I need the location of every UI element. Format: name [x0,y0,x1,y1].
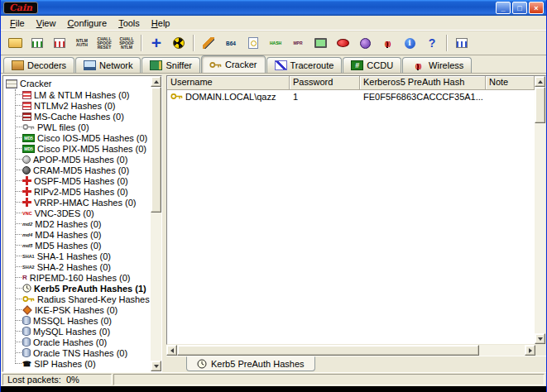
tree-item-cisco-ios-md5-hashes-0[interactable]: MD5Cisco IOS-MD5 Hashes (0) [12,132,151,143]
tab-ccdu[interactable]: CCDU [343,57,401,73]
tree-item-md5-hashes-0[interactable]: md5MD5 Hashes (0) [12,240,151,251]
menu-configure[interactable]: Configure [61,17,113,30]
tree-item-label: MD2 Hashes (0) [35,219,101,229]
tree-item-label: MS-Cache Hashes (0) [34,112,124,122]
remove-all-button[interactable] [168,33,190,53]
scroll-down-icon[interactable] [535,333,545,344]
scroll-left-icon[interactable] [166,345,177,356]
monitor-icon [314,38,327,48]
tab-traceroute[interactable]: Traceroute [266,57,343,73]
tab-network[interactable]: Network [75,57,141,73]
tree-item-cisco-pix-md5-hashes-0[interactable]: MD5Cisco PIX-MD5 Hashes (0) [12,143,151,154]
tree-item-ripemd-160-hashes-0[interactable]: RRIPEMD-160 Hashes (0) [12,272,151,283]
tree-root-cracker[interactable]: Cracker [6,78,151,89]
tree-item-sip-hashes-0[interactable]: SIP Hashes (0) [12,358,151,369]
table-body[interactable]: DOMAIN.LOCAL\qazz1FE0F5F6863CACCCF35A1..… [167,90,535,344]
tree-item-mssql-hashes-0[interactable]: MSSQL Hashes (0) [12,315,151,326]
bottom-tab-kerb5-preauth[interactable]: Kerb5 PreAuth Hashes [186,356,315,371]
tab-label: CCDU [367,60,393,70]
tree-item-label: VNC-3DES (0) [35,208,94,218]
screen-edge [1,386,546,392]
scroll-thumb[interactable] [177,345,479,356]
traffic-chart-button[interactable] [451,33,473,53]
remote-desktop-button[interactable] [332,33,353,53]
close-button[interactable]: × [529,2,544,14]
chall-spoof-ntlm-button[interactable]: CHALLSPOOFNTLM [116,33,137,53]
tree-item-sha-2-hashes-0[interactable]: SHA2SHA-2 Hashes (0) [12,261,151,272]
tree-item-ntlmv2-hashes-0[interactable]: NTLMv2 Hashes (0) [12,100,151,111]
monitor-button[interactable] [309,33,331,53]
scroll-down-icon[interactable] [151,361,161,371]
column-header-kerberos5-preauth-hash[interactable]: Kerberos5 PreAuth Hash [360,76,486,90]
table-hscrollbar[interactable] [166,345,535,356]
add-to-list-button[interactable] [146,33,167,53]
titlebar[interactable]: Cain _ □ × [1,0,546,16]
tree-item-kerb5-preauth-hashes-1[interactable]: Kerb5 PreAuth Hashes (1) [12,283,151,294]
cisco-ios-icon: MD5 [22,134,35,142]
tree-item-md2-hashes-0[interactable]: md2MD2 Hashes (0) [12,218,151,229]
tree-item-vnc-3des-0[interactable]: VNCVNC-3DES (0) [12,208,151,218]
tab-strip: DecodersNetworkSnifferCrackerTracerouteC… [1,55,546,74]
tree-item-label: PWL files (0) [37,122,89,132]
tree-item-vrrp-hmac-hashes-0[interactable]: VRRP-HMAC Hashes (0) [12,197,151,208]
tree-scrollbar[interactable] [151,76,161,371]
tree-item-lm-ntlm-hashes-0[interactable]: LM & NTLM Hashes (0) [12,89,151,100]
tab-wireless[interactable]: Wireless [402,57,472,73]
scroll-track[interactable] [535,87,545,333]
hash-button[interactable]: HASH [265,33,286,53]
tree-item-apop-md5-hashes-0[interactable]: APOP-MD5 Hashes (0) [12,154,151,165]
menu-tools[interactable]: Tools [113,17,146,30]
sniffer-graph-button[interactable] [26,33,48,53]
cell-hash: FE0F5F6863CACCCF35A1... [360,90,486,103]
tree-item-ms-cache-hashes-0[interactable]: MS-Cache Hashes (0) [12,111,151,122]
menu-view[interactable]: View [31,17,62,30]
table-scrollbar[interactable] [535,76,545,344]
toolbar: NTLMAUTHCHALLSPOOFRESETCHALLSPOOFNTLMB64… [1,31,546,55]
hash-calculator-button[interactable] [242,33,264,53]
md5-icon: md5 [22,243,32,248]
tree-item-ripv2-md5-hashes-0[interactable]: RIPv2-MD5 Hashes (0) [12,186,151,197]
minimize-button[interactable]: _ [496,2,511,14]
scroll-up-icon[interactable] [151,76,161,87]
tree-item-radius-shared-key-hashes-0[interactable]: Radius Shared-Key Hashes (0) [12,294,151,304]
database-icon [22,348,31,357]
tree-item-md4-hashes-0[interactable]: md4MD4 Hashes (0) [12,229,151,240]
scroll-track[interactable] [177,345,525,356]
column-header-username[interactable]: Username [167,76,290,90]
syskey-decoder-button[interactable] [354,33,376,53]
signature-check-button[interactable] [198,33,219,53]
tree-item-oracle-tns-hashes-0[interactable]: Oracle TNS Hashes (0) [12,347,151,358]
wireless-scanner-button[interactable] [377,33,398,53]
table-row[interactable]: DOMAIN.LOCAL\qazz1FE0F5F6863CACCCF35A1..… [167,90,535,103]
mpr-button[interactable]: MPR [287,33,309,53]
tab-cracker[interactable]: Cracker [201,55,266,73]
tab-sniffer[interactable]: Sniffer [142,57,200,73]
tree-item-sha-1-hashes-0[interactable]: SHA1SHA-1 Hashes (0) [12,251,151,261]
tree-item-mysql-hashes-0[interactable]: MySQL Hashes (0) [12,326,151,337]
scroll-thumb[interactable] [535,87,545,123]
scroll-track[interactable] [151,87,161,361]
open-file-button[interactable] [4,33,26,53]
maximize-button[interactable]: □ [512,2,527,14]
tree-item-oracle-hashes-0[interactable]: Oracle Hashes (0) [12,337,151,347]
scroll-right-icon[interactable] [525,345,535,356]
column-header-password[interactable]: Password [290,76,360,90]
chall-spoof-reset-button[interactable]: CHALLSPOOFRESET [94,33,115,53]
right-pane: UsernamePasswordKerberos5 PreAuth HashNo… [166,75,546,372]
scroll-thumb[interactable] [151,87,161,213]
tab-decoders[interactable]: Decoders [3,57,74,73]
info-button[interactable] [399,33,420,53]
base64-decoder-button[interactable]: B64 [220,33,242,53]
menu-help[interactable]: Help [146,17,176,30]
arp-graph-button[interactable] [49,33,70,53]
tree-item-cram-md5-hashes-0[interactable]: CRAM-MD5 Hashes (0) [12,165,151,175]
tree-item-ike-psk-hashes-0[interactable]: IKE-PSK Hashes (0) [12,304,151,315]
tree-item-ospf-md5-hashes-0[interactable]: OSPF-MD5 Hashes (0) [12,175,151,186]
menu-file[interactable]: File [4,17,31,30]
scroll-up-icon[interactable] [535,76,545,87]
tree-item-pwl-files-0[interactable]: PWL files (0) [12,122,151,132]
ntlm-auth-button[interactable]: NTLMAUTH [71,33,93,53]
column-header-note[interactable]: Note [486,76,535,90]
database-icon [22,327,31,336]
help-button[interactable] [421,33,443,53]
